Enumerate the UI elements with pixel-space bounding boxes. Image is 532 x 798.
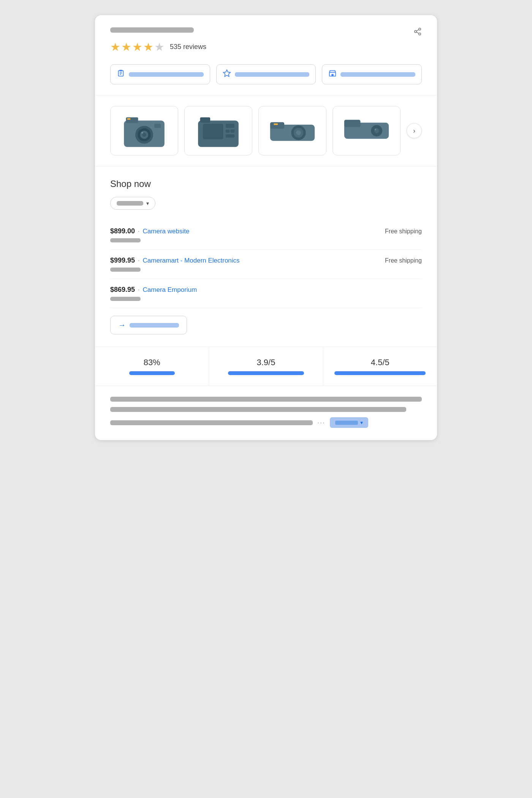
- dot-3: ·: [138, 287, 139, 293]
- price-2: $999.95: [110, 256, 135, 264]
- listing-sub-1: [110, 238, 141, 242]
- listing-sub-3: [110, 297, 141, 301]
- camera-image-4[interactable]: [332, 106, 401, 155]
- text-line-3: [110, 420, 313, 425]
- btn-label-bar-2: [235, 72, 310, 77]
- btn-label-bar-3: [340, 72, 415, 77]
- stat-bar-1: [129, 371, 175, 375]
- action-buttons-row: [110, 64, 422, 84]
- stat-item-1: 83%: [95, 347, 209, 386]
- ellipsis-icon: ···: [317, 419, 325, 427]
- stat-bar-3: [334, 371, 426, 375]
- expand-button[interactable]: ▾: [330, 417, 368, 428]
- action-button-2[interactable]: [216, 64, 316, 84]
- action-button-3[interactable]: [322, 64, 422, 84]
- listing-1: $899.00 · Camera website Free shipping: [110, 220, 422, 250]
- svg-rect-28: [226, 135, 234, 138]
- dot-2: ·: [138, 257, 139, 264]
- svg-rect-27: [231, 130, 235, 133]
- more-label-bar: [130, 323, 179, 328]
- listing-2: $999.95 · Cameramart - Modern Electronic…: [110, 250, 422, 279]
- svg-rect-34: [274, 124, 278, 125]
- star-5: ★: [154, 40, 165, 54]
- share-icon[interactable]: [413, 27, 422, 38]
- svg-line-4: [416, 30, 419, 31]
- star-3: ★: [132, 40, 142, 54]
- price-3: $869.95: [110, 286, 135, 294]
- svg-point-0: [419, 28, 421, 30]
- svg-marker-10: [223, 70, 230, 76]
- stat-value-2: 3.9/5: [217, 358, 315, 367]
- rating-section: ★ ★ ★ ★ ★ 535 reviews: [95, 15, 437, 95]
- stat-item-3: 4.5/5: [323, 347, 437, 386]
- svg-rect-30: [270, 122, 284, 129]
- seller-link-1[interactable]: Camera website: [143, 228, 190, 235]
- btn-label-bar-1: [129, 72, 204, 77]
- svg-rect-15: [127, 118, 131, 120]
- seller-link-3[interactable]: Camera Emporium: [143, 286, 197, 294]
- svg-rect-36: [344, 120, 361, 127]
- svg-point-20: [141, 132, 143, 133]
- camera-image-2[interactable]: [184, 106, 252, 155]
- more-stores-button[interactable]: →: [110, 316, 187, 334]
- svg-rect-24: [203, 124, 223, 139]
- stat-item-2: 3.9/5: [209, 347, 323, 386]
- shop-section: Shop now ▾ $899.00 · Camera website Free…: [95, 166, 437, 347]
- stat-bar-2: [228, 371, 304, 375]
- svg-line-3: [416, 32, 419, 33]
- expand-label-bar: [335, 421, 358, 425]
- shipping-1: Free shipping: [385, 228, 422, 235]
- svg-rect-25: [226, 124, 234, 128]
- price-1: $899.00: [110, 227, 135, 235]
- camera-image-3[interactable]: [258, 106, 326, 155]
- svg-point-19: [142, 133, 146, 137]
- listing-sub-2: [110, 268, 141, 272]
- text-line-1: [110, 397, 422, 402]
- svg-point-2: [419, 33, 421, 35]
- arrow-right-icon: →: [118, 321, 126, 329]
- text-line-2: [110, 407, 406, 412]
- chevron-down-expand-icon: ▾: [360, 420, 363, 426]
- star-1: ★: [110, 40, 120, 54]
- images-section: ›: [95, 95, 437, 166]
- stat-value-1: 83%: [103, 358, 201, 367]
- stats-section: 83% 3.9/5 4.5/5: [95, 347, 437, 386]
- product-title-bar: [110, 27, 194, 33]
- star-icon: [223, 69, 231, 79]
- bottom-section: ··· ▾: [95, 386, 437, 440]
- svg-point-1: [415, 30, 417, 33]
- star-rating: ★ ★ ★ ★ ★: [110, 40, 165, 54]
- svg-point-33: [296, 130, 301, 135]
- star-2: ★: [121, 40, 131, 54]
- listing-3: $869.95 · Camera Emporium: [110, 279, 422, 308]
- svg-rect-26: [226, 130, 230, 133]
- clipboard-icon: [117, 69, 125, 79]
- camera-image-1[interactable]: [110, 106, 178, 155]
- review-count: 535 reviews: [170, 43, 206, 51]
- seller-link-2[interactable]: Cameramart - Modern Electronics: [143, 257, 240, 264]
- dot-1: ·: [138, 228, 139, 235]
- product-card: ★ ★ ★ ★ ★ 535 reviews: [95, 15, 437, 440]
- svg-rect-12: [332, 74, 334, 76]
- star-4: ★: [143, 40, 154, 54]
- filter-label-bar: [117, 201, 143, 206]
- chevron-down-icon: ▾: [146, 200, 149, 206]
- store-icon: [328, 69, 337, 79]
- svg-rect-23: [200, 117, 211, 123]
- shipping-2: Free shipping: [385, 257, 422, 264]
- action-button-1[interactable]: [110, 64, 210, 84]
- svg-rect-21: [154, 124, 161, 128]
- shop-title: Shop now: [110, 179, 422, 189]
- stat-value-3: 4.5/5: [331, 358, 429, 367]
- filter-button[interactable]: ▾: [110, 197, 155, 210]
- svg-point-39: [375, 129, 376, 130]
- next-image-arrow[interactable]: ›: [407, 123, 422, 138]
